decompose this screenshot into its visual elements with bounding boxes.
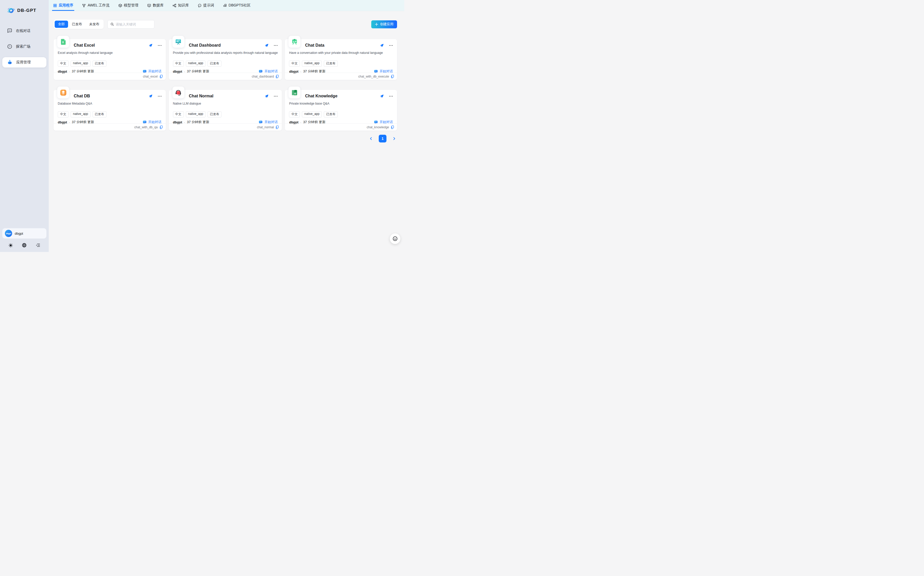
tab-label: AWEL 工作流 <box>88 3 109 8</box>
create-app-button[interactable]: 创建应用 <box>371 20 397 28</box>
cube-icon <box>118 3 122 8</box>
tab-label: 应用程序 <box>59 3 73 8</box>
app-card-chat-normal[interactable]: Chat Normal Native LLM dialogue 中文 <box>169 90 282 131</box>
sidebar-spacer <box>0 67 49 228</box>
copy-icon[interactable] <box>275 75 279 78</box>
svg-text:X: X <box>62 40 64 43</box>
app-title: Chat DB <box>74 94 90 98</box>
app-card-grid: X Chat Excel <box>54 39 397 131</box>
sql-console-icon: SQL <box>147 3 151 8</box>
card-footer: chat_normal <box>169 123 282 131</box>
more-options-icon[interactable] <box>274 96 278 97</box>
sidebar-item-label: 应用管理 <box>16 60 30 65</box>
app-card-chat-dashboard[interactable]: Chat Dashboard Provide you with professi… <box>169 39 282 80</box>
tag-type: native_app <box>71 61 90 67</box>
app-description: Private knowledge base Q&A <box>289 102 393 106</box>
feedback-smiley-button[interactable] <box>390 234 400 244</box>
sidebar-item-label: 在线对话 <box>16 29 30 33</box>
knowledge-app-icon <box>289 86 300 98</box>
theme-toggle-sun-icon[interactable] <box>8 243 13 248</box>
tab-awel-flow[interactable]: AWEL 工作流 <box>82 0 109 11</box>
plus-icon <box>375 23 378 26</box>
previous-page-icon[interactable] <box>368 136 374 141</box>
tab-label: 模型管理 <box>124 3 138 8</box>
filter-unpublished[interactable]: 未发布 <box>86 21 103 28</box>
top-navigation: 应用程序 AWEL 工作流 模型管理 <box>49 0 404 11</box>
tag-language: 中文 <box>289 111 300 117</box>
app-logo[interactable]: DB-GPT <box>0 0 49 19</box>
dingtalk-wing-icon[interactable] <box>380 43 384 47</box>
card-footer: chat_knowledge <box>285 123 397 131</box>
sidebar-item-app-management[interactable]: 应用管理 <box>2 57 47 67</box>
dbgpt-planet-logo-icon <box>7 7 16 14</box>
more-options-icon[interactable] <box>389 45 393 46</box>
dingtalk-wing-icon[interactable] <box>380 94 384 98</box>
tab-apps[interactable]: 应用程序 <box>53 0 73 11</box>
svg-text:SQL: SQL <box>148 5 150 6</box>
tag-type: native_app <box>302 61 322 67</box>
tab-label: 提示词 <box>204 3 214 8</box>
app-card-chat-knowledge[interactable]: Chat Knowledge Private knowledge base Q&… <box>285 90 397 131</box>
tab-dbgpts-community[interactable]: DBGPTS社区 <box>223 0 251 11</box>
tag-row: 中文 native_app 已发布 <box>289 61 393 67</box>
copy-icon[interactable] <box>159 75 163 78</box>
tag-row: 中文 native_app 已发布 <box>58 111 162 117</box>
more-options-icon[interactable] <box>158 96 162 97</box>
filter-all[interactable]: 全部 <box>55 21 68 28</box>
next-page-icon[interactable] <box>391 136 397 141</box>
sidebar-item-explore[interactable]: 探索广场 <box>2 42 47 51</box>
app-title: Chat Dashboard <box>189 43 221 48</box>
tab-knowledge-base[interactable]: 知识库 <box>172 0 189 11</box>
chat-bubble-icon <box>7 28 12 34</box>
app-card-chat-db[interactable]: Chat DB Database Metadata Q&A 中文 <box>54 90 166 131</box>
pagination: 1 <box>54 135 397 142</box>
copy-icon[interactable] <box>275 125 279 129</box>
toolbar: 全部 已发布 未发布 <box>54 19 397 29</box>
search-input[interactable] <box>116 22 152 26</box>
sidebar-item-online-chat[interactable]: 在线对话 <box>2 26 47 36</box>
tab-model-management[interactable]: 模型管理 <box>118 0 138 11</box>
tab-database[interactable]: SQL 数据库 <box>147 0 164 11</box>
dingtalk-wing-icon[interactable] <box>149 94 152 98</box>
tab-prompts[interactable]: 提示词 <box>198 0 214 11</box>
dingtalk-wing-icon[interactable] <box>265 43 269 47</box>
data-app-icon <box>289 36 300 48</box>
tab-label: 知识库 <box>178 3 189 8</box>
user-avatar: dbgpt <box>5 230 12 237</box>
dingtalk-wing-icon[interactable] <box>149 43 152 47</box>
user-profile-chip[interactable]: dbgpt dbgpt <box>2 228 47 238</box>
app-description: Excel analysis through natural language <box>58 51 162 54</box>
more-options-icon[interactable] <box>158 45 162 46</box>
app-card-chat-data[interactable]: Chat Data Have a conversation with your … <box>285 39 397 80</box>
tag-row: 中文 native_app 已发布 <box>58 61 162 67</box>
more-options-icon[interactable] <box>274 45 278 46</box>
robot-icon <box>7 59 13 65</box>
sidebar: DB-GPT 在线对话 <box>0 0 49 252</box>
dashboard-app-icon <box>172 36 184 48</box>
tag-type: native_app <box>186 61 206 67</box>
search-icon <box>110 22 114 26</box>
copy-icon[interactable] <box>391 125 394 129</box>
app-code: chat_knowledge <box>367 125 389 129</box>
tag-status: 已发布 <box>93 61 106 67</box>
db-app-icon <box>57 86 69 98</box>
collapse-sidebar-icon[interactable] <box>35 243 40 248</box>
filter-published[interactable]: 已发布 <box>69 21 85 28</box>
excel-app-icon: X <box>57 36 69 48</box>
language-globe-icon[interactable] <box>22 243 27 248</box>
tag-language: 中文 <box>58 111 69 117</box>
copy-icon[interactable] <box>391 75 394 78</box>
dingtalk-wing-icon[interactable] <box>265 94 269 98</box>
copy-icon[interactable] <box>159 125 163 129</box>
more-options-icon[interactable] <box>389 96 393 97</box>
app-card-chat-excel[interactable]: X Chat Excel <box>54 39 166 80</box>
tag-language: 中文 <box>173 111 184 117</box>
tag-language: 中文 <box>289 61 300 67</box>
tag-row: 中文 native_app 已发布 <box>173 111 278 117</box>
content-area: 全部 已发布 未发布 <box>49 11 404 252</box>
page-number[interactable]: 1 <box>379 135 387 142</box>
app-code: chat_with_db_execute <box>358 75 389 78</box>
tag-language: 中文 <box>58 61 69 67</box>
appstore-grid-icon <box>53 3 57 8</box>
tab-label: 数据库 <box>153 3 164 8</box>
